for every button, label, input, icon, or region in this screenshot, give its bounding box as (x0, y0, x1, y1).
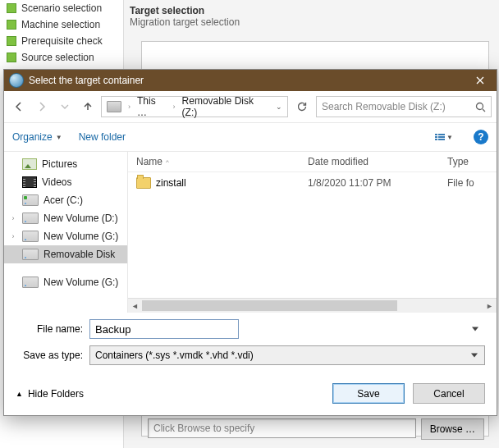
chevron-right-icon: › (172, 103, 177, 111)
breadcrumb-seg[interactable]: Removable Disk (Z:) (177, 97, 271, 117)
form-area: File name: Save as type: Containers (*.s… (4, 313, 497, 375)
drive-icon (22, 231, 39, 242)
tree-node[interactable]: New Volume (G:) (4, 273, 127, 291)
back-button[interactable] (9, 97, 29, 117)
tree-label: New Volume (G:) (43, 231, 118, 242)
help-button[interactable]: ? (474, 130, 488, 144)
horizontal-scrollbar[interactable]: ◄ ► (128, 298, 497, 313)
savetype-label: Save as type: (16, 350, 89, 361)
step-label: Scenario selection (21, 2, 102, 14)
scroll-track[interactable] (142, 299, 483, 313)
drive-icon (22, 213, 39, 224)
titlebar[interactable]: Select the target container (4, 70, 497, 91)
col-name[interactable]: Name^ (128, 156, 300, 167)
savetype-select[interactable]: Containers (*.sys *.vmdk *.vhd *.vdi) (89, 345, 485, 365)
svg-point-0 (477, 103, 483, 109)
close-icon (476, 76, 484, 85)
tree-node[interactable]: ›New Volume (G:) (4, 227, 127, 245)
save-button[interactable]: Save (332, 383, 405, 404)
hide-folders-button[interactable]: ▲Hide Folders (16, 388, 84, 400)
expand-icon[interactable]: › (9, 232, 17, 240)
tree-node[interactable]: Acer (C:) (4, 191, 127, 209)
search-placeholder: Search Removable Disk (Z:) (322, 101, 446, 112)
scroll-left-button[interactable]: ◄ (128, 299, 142, 313)
filename-input[interactable] (89, 319, 239, 339)
address-dropdown[interactable]: ⌄ (271, 103, 287, 111)
close-button[interactable] (464, 70, 497, 91)
tree-label: Acer (C:) (43, 194, 83, 206)
browse-button[interactable]: Browse … (421, 418, 484, 440)
tree-label: New Volume (G:) (43, 277, 118, 288)
check-icon (7, 20, 16, 30)
nav-row: › This …› Removable Disk (Z:) ⌄ Search R… (4, 91, 497, 123)
wizard-step: Source selection (0, 49, 123, 66)
expand-icon[interactable]: › (9, 214, 17, 222)
check-icon (7, 53, 16, 62)
refresh-button[interactable] (291, 96, 313, 117)
tree-node[interactable]: Videos (4, 173, 127, 191)
up-button[interactable] (78, 97, 98, 117)
chevron-down-icon: ▼ (56, 134, 62, 141)
scroll-thumb[interactable] (142, 300, 397, 311)
chevron-right-icon: › (126, 103, 132, 111)
drive-icon (22, 249, 39, 260)
wizard-main: Target selection Migration target select… (130, 5, 491, 28)
cancel-button[interactable]: Cancel (413, 383, 485, 404)
wizard-step: Machine selection (0, 16, 123, 33)
check-icon (7, 36, 16, 46)
column-headers: Name^ Date modified Type (128, 152, 497, 172)
file-name: zinstall (156, 177, 186, 189)
step-label: Prerequisite check (21, 35, 103, 47)
file-list[interactable]: zinstall1/8/2020 11:07 PMFile fo (128, 172, 497, 298)
dialog-title: Select the target container (29, 75, 144, 86)
vid-icon (22, 176, 37, 188)
pic-icon (22, 158, 37, 170)
driveA-icon (22, 194, 39, 206)
recent-button[interactable] (55, 97, 75, 117)
tree-node[interactable]: Removable Disk (4, 245, 127, 263)
check-icon (7, 3, 16, 13)
file-row[interactable]: zinstall1/8/2020 11:07 PMFile fo (128, 174, 497, 192)
file-type: File fo (439, 177, 497, 189)
new-folder-button[interactable]: New folder (79, 131, 126, 143)
drive-icon (22, 277, 39, 288)
save-dialog: Select the target container › This …› Re… (3, 69, 497, 416)
tree-node[interactable]: Pictures (4, 155, 127, 173)
address-bar[interactable]: › This …› Removable Disk (Z:) ⌄ (101, 96, 288, 117)
tree-label: Removable Disk (43, 249, 115, 260)
organize-menu[interactable]: Organize▼ (12, 131, 62, 143)
page-title: Target selection (130, 5, 491, 16)
chevron-up-icon: ▲ (16, 390, 23, 398)
path-input[interactable]: Click Browse to specify (148, 418, 416, 438)
folder-icon (136, 177, 151, 189)
col-type[interactable]: Type (439, 156, 497, 167)
scroll-right-button[interactable]: ► (483, 299, 497, 313)
search-icon (475, 102, 486, 112)
col-date[interactable]: Date modified (300, 156, 439, 167)
file-date: 1/8/2020 11:07 PM (300, 177, 439, 189)
tree-label: Videos (42, 176, 71, 188)
arrow-right-icon (36, 101, 48, 112)
drive-icon (107, 101, 121, 112)
list-view-icon (435, 134, 445, 140)
file-pane: Name^ Date modified Type zinstall1/8/202… (128, 152, 497, 313)
dialog-footer: ▲Hide Folders Save Cancel (4, 375, 497, 415)
app-icon (9, 73, 24, 88)
breadcrumb-seg[interactable]: This … (132, 97, 172, 117)
filename-label: File name: (16, 323, 89, 335)
page-subtitle: Migration target selection (130, 16, 491, 28)
search-input[interactable]: Search Removable Disk (Z:) (316, 96, 492, 117)
step-label: Machine selection (21, 19, 100, 30)
nav-tree[interactable]: PicturesVideosAcer (C:)›New Volume (D:)›… (4, 152, 128, 313)
chevron-down-icon: ▼ (446, 134, 453, 141)
tree-label: New Volume (D:) (43, 213, 118, 224)
forward-button[interactable] (32, 97, 52, 117)
arrow-left-icon (13, 101, 25, 112)
wizard-step: Scenario selection (0, 0, 123, 16)
step-label: Source selection (21, 52, 94, 63)
tree-node[interactable]: ›New Volume (D:) (4, 209, 127, 227)
tree-label: Pictures (42, 158, 77, 170)
view-options-button[interactable]: ▼ (431, 131, 457, 144)
arrow-up-icon (82, 101, 94, 112)
wizard-step: Prerequisite check (0, 33, 123, 49)
